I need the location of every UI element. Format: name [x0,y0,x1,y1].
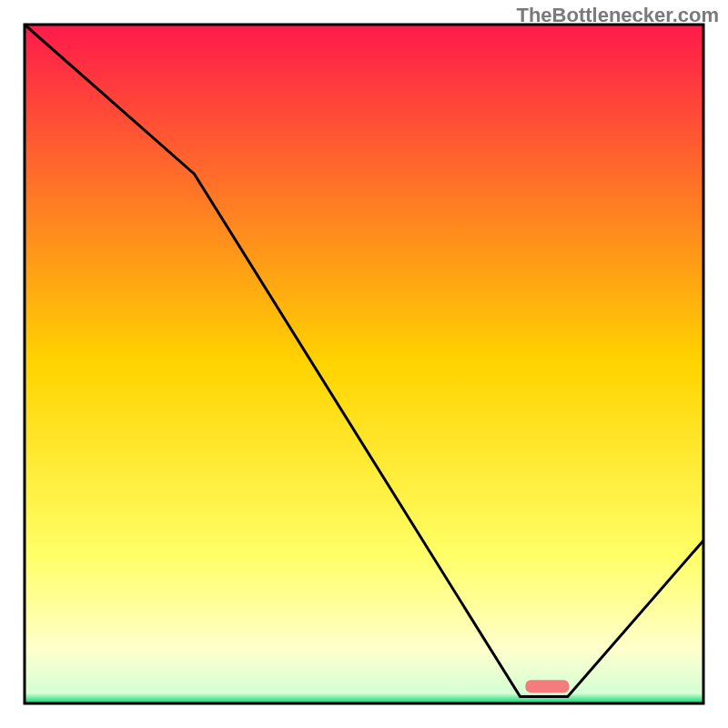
chart-svg [0,0,728,728]
chart-container: TheBottlenecker.com [0,0,728,728]
plot-background [25,25,703,703]
optimal-marker [525,680,569,693]
watermark-label: TheBottlenecker.com [516,4,719,27]
